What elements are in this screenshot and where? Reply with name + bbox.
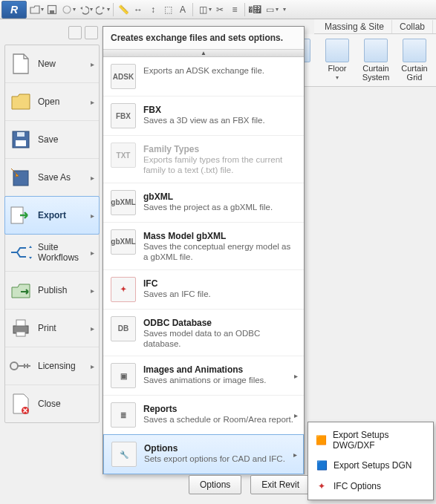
submenu-arrow-icon: ▸: [294, 411, 298, 419]
submenu-text: Options Sets export options for CAD and …: [144, 442, 296, 464]
ribbon-item-curtain-system[interactable]: Curtain System: [359, 39, 393, 82]
close-file-icon: [10, 393, 32, 415]
dwg-setup-icon: 🟧: [316, 434, 327, 446]
save-as-icon: [10, 166, 32, 189]
app-menu-label: Licensing: [38, 361, 85, 371]
undo-icon[interactable]: [77, 2, 91, 17]
export-reports[interactable]: ≣ Reports Saves a schedule or Room/Area …: [103, 396, 304, 435]
submenu-text: Family Types Exports family types from t…: [143, 143, 296, 176]
ribbon-tab[interactable]: Collab: [392, 20, 433, 33]
app-menu-label: Print: [38, 323, 85, 333]
curtain-system-icon: [364, 39, 388, 62]
app-menu-suite-workflows[interactable]: Suite Workflows ▸: [5, 234, 99, 272]
submenu-title: Images and Animations: [143, 364, 296, 375]
submenu-arrow-icon: ▸: [91, 324, 94, 333]
flyout-export-setups-dgn[interactable]: 🟦 Export Setups DGN: [308, 455, 433, 476]
svg-point-11: [10, 362, 18, 370]
thin-lines-icon[interactable]: ≡: [228, 2, 241, 17]
submenu-arrow-icon: ▸: [91, 212, 94, 220]
app-menu-licensing[interactable]: Licensing ▸: [5, 347, 99, 385]
submenu-text: Reports Saves a schedule or Room/Area re…: [143, 402, 296, 425]
app-menu-open[interactable]: Open ▸: [5, 83, 99, 121]
app-menu-save[interactable]: Save: [5, 121, 99, 159]
customize-caret-icon[interactable]: ▾: [283, 6, 286, 13]
dropdown-caret-icon[interactable]: ▾: [209, 6, 212, 13]
submenu-desc: Exports family types from the current fa…: [143, 154, 296, 176]
print-icon: [10, 317, 32, 339]
submenu-title: ODBC Database: [143, 318, 296, 328]
recent-grid-icon[interactable]: [85, 26, 98, 39]
reports-icon: ≣: [111, 402, 136, 428]
export-ifc[interactable]: ✦ IFC Saves an IFC file.: [103, 270, 304, 310]
dropdown-caret-icon[interactable]: ▾: [276, 6, 279, 13]
submenu-scroll-up[interactable]: ▲: [103, 50, 304, 57]
close-hidden-icon[interactable]: �⷟: [248, 2, 261, 17]
align-icon[interactable]: ↔: [131, 2, 145, 17]
ribbon-item-label: Floor: [328, 64, 346, 73]
new-file-icon: [10, 53, 32, 75]
app-menu-close[interactable]: Close: [5, 385, 99, 422]
images-icon: ▣: [111, 363, 136, 388]
save-icon[interactable]: [45, 2, 59, 17]
app-menu-publish[interactable]: Publish ▸: [5, 272, 99, 310]
exit-revit-button[interactable]: Exit Revit: [250, 475, 310, 494]
submenu-title: FBX: [143, 105, 296, 115]
export-mass-gbxml[interactable]: gbXML Mass Model gbXML Saves the concept…: [103, 223, 304, 270]
app-menu-export[interactable]: Export ▸: [4, 196, 100, 235]
tag-icon[interactable]: ⬚: [161, 2, 175, 17]
section-icon[interactable]: ✂: [213, 2, 227, 17]
export-adsk[interactable]: ADSK Exports an ADSK exchange file.: [103, 57, 304, 96]
submenu-arrow-icon: ▸: [293, 451, 297, 459]
export-icon: [10, 204, 32, 226]
revit-app-button[interactable]: R: [1, 1, 27, 19]
submenu-arrow-icon: ▸: [91, 174, 94, 182]
app-menu-label: Suite Workflows: [38, 242, 85, 263]
options-button[interactable]: Options: [189, 475, 241, 494]
sync-icon[interactable]: [60, 2, 74, 17]
app-menu-save-as[interactable]: Save As ▸: [5, 159, 99, 197]
export-family-types: TXT Family Types Exports family types fr…: [103, 136, 304, 183]
dimension-icon[interactable]: ↕: [146, 2, 160, 17]
options-wrench-icon: 🔧: [111, 442, 137, 467]
recent-docs-toggle: [68, 26, 98, 39]
export-images-animations[interactable]: ▣ Images and Animations Saves animations…: [103, 356, 304, 396]
ribbon-item-curtain-grid[interactable]: Curtain Grid: [397, 39, 432, 82]
svg-rect-10: [16, 332, 25, 336]
export-fbx[interactable]: FBX FBX Saves a 3D view as an FBX file.: [103, 96, 304, 136]
submenu-arrow-icon: ▸: [91, 249, 94, 257]
app-menu-new[interactable]: New ▸: [5, 45, 99, 83]
submenu-text: gbXML Saves the project as a gbXML file.: [143, 190, 296, 212]
workflows-icon: [10, 241, 32, 264]
app-menu-label: Open: [38, 96, 85, 107]
submenu-desc: Saves the project as a gbXML file.: [143, 202, 296, 212]
ribbon-item-floor[interactable]: Floor ▾: [320, 39, 354, 82]
submenu-desc: Saves a 3D view as an FBX file.: [143, 115, 296, 125]
app-menu-print[interactable]: Print ▸: [5, 310, 99, 347]
app-menu-label: Save: [38, 134, 94, 145]
text-icon[interactable]: A: [176, 2, 189, 17]
switch-windows-icon[interactable]: ▭: [263, 2, 276, 17]
licensing-key-icon: [10, 355, 32, 377]
recent-list-icon[interactable]: [68, 26, 82, 39]
submenu-text: ODBC Database Saves model data to an ODB…: [143, 316, 296, 350]
measure-icon[interactable]: 📏: [117, 2, 130, 17]
flyout-export-setups-dwg-dxf[interactable]: 🟧 Export Setups DWG/DXF: [308, 425, 433, 455]
dropdown-caret-icon[interactable]: ▾: [73, 6, 76, 13]
open-icon[interactable]: [28, 2, 42, 17]
ribbon-tab[interactable]: Massing & Site: [317, 20, 392, 33]
odbc-db-icon: DB: [111, 316, 136, 341]
view3d-icon[interactable]: ◫: [196, 2, 209, 17]
submenu-desc: Sets export options for CAD and IFC.: [144, 454, 296, 464]
dropdown-caret-icon[interactable]: ▾: [41, 6, 44, 13]
export-options-flyout: 🟧 Export Setups DWG/DXF 🟦 Export Setups …: [308, 422, 434, 500]
flyout-ifc-options[interactable]: ✦ IFC Options: [308, 476, 433, 497]
submenu-desc: Saves the conceptual energy model as a g…: [143, 241, 296, 263]
redo-icon[interactable]: [94, 2, 108, 17]
dropdown-caret-icon[interactable]: ▾: [90, 6, 93, 13]
app-menu-label: Close: [38, 399, 94, 409]
export-options[interactable]: 🔧 Options Sets export options for CAD an…: [103, 434, 304, 474]
export-gbxml[interactable]: gbXML gbXML Saves the project as a gbXML…: [103, 183, 304, 223]
export-odbc[interactable]: DB ODBC Database Saves model data to an …: [103, 310, 304, 357]
submenu-text: Images and Animations Saves animations o…: [143, 363, 296, 385]
dropdown-caret-icon[interactable]: ▾: [107, 6, 110, 13]
